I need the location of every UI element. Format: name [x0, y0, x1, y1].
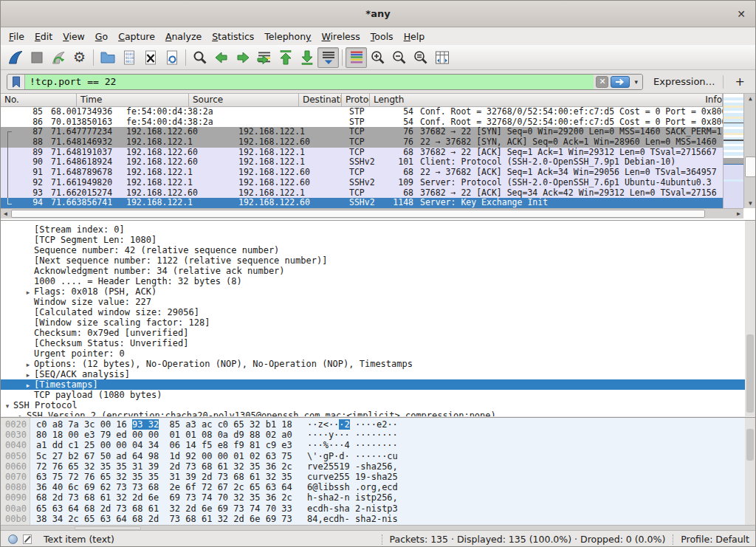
- detail-line[interactable]: Checksum: 0x79ed [unverified]: [1, 328, 755, 338]
- scroll-up-arrow[interactable]: ▲: [744, 94, 756, 103]
- menu-item[interactable]: Statistics: [207, 29, 259, 44]
- file-open-button[interactable]: [97, 47, 118, 68]
- detail-line[interactable]: [Window size scaling factor: 128]: [1, 317, 755, 328]
- capture-stop-button[interactable]: [26, 47, 47, 68]
- detail-line[interactable]: [Calculated window size: 29056]: [1, 307, 755, 317]
- column-header[interactable]: No.: [1, 94, 77, 106]
- go-back-button[interactable]: [210, 47, 232, 68]
- hex-row[interactable]: 0020c0 a8 7a 3c 00 16 93 32 85 a3 ac c0 …: [1, 419, 755, 430]
- column-header[interactable]: Info: [701, 94, 723, 106]
- hex-row[interactable]: 009068 2d 73 68 61 32 2d 6e 69 73 74 70 …: [1, 492, 755, 503]
- find-packet-button[interactable]: [189, 47, 210, 68]
- packet-row[interactable]: 9471.663856741192.168.122.1192.168.122.6…: [1, 198, 723, 208]
- hex-row[interactable]: 007063 75 72 76 65 32 35 35 31 39 2d 73 …: [1, 472, 755, 482]
- expander-icon[interactable]: ▾: [1, 401, 13, 410]
- packet-row[interactable]: 8971.648191037192.168.122.60192.168.122.…: [1, 148, 723, 158]
- detail-line[interactable]: [Checksum Status: Unverified]: [1, 338, 755, 348]
- detail-line[interactable]: ▸Flags: 0x018 (PSH, ACK): [1, 286, 755, 297]
- hex-vertical-scrollbar[interactable]: [745, 418, 755, 525]
- scroll-down-arrow[interactable]: ▼: [744, 199, 756, 208]
- scrollbar-thumb[interactable]: [11, 210, 705, 218]
- detail-line[interactable]: ▸[SEQ/ACK analysis]: [1, 369, 755, 379]
- detail-line[interactable]: TCP payload (1080 bytes): [1, 390, 755, 400]
- menu-item[interactable]: Edit: [30, 29, 58, 44]
- menu-item[interactable]: Telephony: [259, 29, 316, 44]
- menu-item[interactable]: Analyze: [160, 29, 207, 44]
- hex-row[interactable]: 008036 40 6c 69 62 73 73 68 2e 6f 72 67 …: [1, 482, 755, 492]
- menu-item[interactable]: Help: [399, 29, 430, 44]
- capture-start-button[interactable]: [4, 47, 26, 68]
- detail-line[interactable]: Urgent pointer: 0: [1, 348, 755, 359]
- detail-line[interactable]: [Next sequence number: 1122 (relative se…: [1, 255, 755, 266]
- capture-restart-button[interactable]: [47, 47, 69, 68]
- column-header[interactable]: Length: [370, 94, 701, 106]
- detail-line[interactable]: 1000 .... = Header Length: 32 bytes (8): [1, 276, 755, 286]
- packet-row[interactable]: 9271.661949820192.168.122.1192.168.122.6…: [1, 178, 723, 188]
- display-filter-input[interactable]: [25, 75, 594, 89]
- expander-icon[interactable]: ▸: [22, 359, 34, 369]
- profile-selector[interactable]: Profile: Default: [681, 534, 749, 545]
- hex-row[interactable]: 0040a1 dd c1 25 00 00 04 34 06 14 f5 e8 …: [1, 440, 755, 450]
- go-to-packet-button[interactable]: [253, 47, 275, 68]
- menu-item[interactable]: Wireless: [317, 29, 365, 44]
- resize-columns-button[interactable]: [431, 47, 453, 68]
- auto-scroll-button[interactable]: [317, 47, 339, 68]
- column-header[interactable]: Time: [77, 94, 189, 106]
- file-save-button[interactable]: 010101100011: [118, 47, 140, 68]
- detail-line[interactable]: Acknowledgment number: 34 (relative ack …: [1, 266, 755, 276]
- go-first-button[interactable]: [275, 47, 296, 68]
- packet-row[interactable]: 8670.013850163fe:54:00:d4:38:2aSTP54Conf…: [1, 117, 723, 128]
- packet-row[interactable]: 8771.647777234192.168.122.60192.168.122.…: [1, 127, 723, 137]
- reload-button[interactable]: [161, 47, 182, 68]
- detail-line[interactable]: [TCP Segment Len: 1080]: [1, 235, 755, 245]
- expander-icon[interactable]: ▸: [22, 287, 34, 297]
- go-forward-button[interactable]: [232, 47, 253, 68]
- scrollbar-thumb[interactable]: [746, 334, 754, 413]
- expression-button[interactable]: Expression…: [653, 76, 715, 87]
- detail-line[interactable]: ▸[Timestamps]: [1, 379, 755, 390]
- expander-icon[interactable]: ▸: [15, 411, 27, 416]
- capture-options-button[interactable]: ⚙: [69, 47, 90, 68]
- zoom-out-button[interactable]: [388, 47, 410, 68]
- packet-row[interactable]: 8871.648146932192.168.122.1192.168.122.6…: [1, 137, 723, 148]
- hex-row[interactable]: 00b038 34 2c 65 63 64 68 2d 73 68 61 32 …: [1, 514, 755, 524]
- detail-line[interactable]: ▾SSH Protocol: [1, 400, 755, 410]
- go-last-button[interactable]: [296, 47, 317, 68]
- hex-row[interactable]: 00a065 63 64 68 2d 73 68 61 32 2d 6e 69 …: [1, 503, 755, 514]
- menu-item[interactable]: File: [4, 29, 30, 44]
- detail-line[interactable]: Sequence number: 42 (relative sequence n…: [1, 245, 755, 255]
- detail-line[interactable]: ▸SSH Version 2 (encryption:chacha20-poly…: [1, 410, 755, 416]
- file-close-button[interactable]: [140, 47, 161, 68]
- hex-row[interactable]: 006072 76 65 32 35 35 31 39 2d 73 68 61 …: [1, 461, 755, 472]
- pane-splitter[interactable]: [1, 525, 755, 530]
- packet-row[interactable]: 9171.648789678192.168.122.1192.168.122.6…: [1, 168, 723, 178]
- zoom-reset-button[interactable]: [410, 47, 431, 68]
- expert-info-icon[interactable]: [8, 534, 18, 544]
- filter-bookmark-button[interactable]: [7, 75, 25, 89]
- menu-item[interactable]: Capture: [113, 29, 160, 44]
- scrollbar-thumb[interactable]: [745, 156, 756, 177]
- packet-row[interactable]: 9071.648618924192.168.122.60192.168.122.…: [1, 157, 723, 168]
- hex-row[interactable]: 003080 18 00 e3 79 ed 00 00 01 01 08 0a …: [1, 430, 755, 440]
- scroll-right-arrow[interactable]: ▶: [734, 209, 743, 219]
- menu-item[interactable]: View: [58, 29, 90, 44]
- scroll-left-arrow[interactable]: ◀: [1, 209, 10, 219]
- hex-row[interactable]: 00505c 27 b2 67 50 ad 64 98 1d 92 00 00 …: [1, 451, 755, 461]
- packet-row[interactable]: 9371.662015274192.168.122.60192.168.122.…: [1, 188, 723, 199]
- details-vertical-scrollbar[interactable]: [745, 221, 755, 416]
- column-header[interactable]: Destination: [299, 94, 342, 106]
- filter-clear-button[interactable]: ✕: [596, 76, 608, 88]
- packet-list-vertical-scrollbar[interactable]: ▲ ▼: [743, 94, 756, 208]
- expander-icon[interactable]: ▸: [22, 380, 34, 390]
- expander-icon[interactable]: ▸: [22, 370, 34, 379]
- zoom-in-button[interactable]: [367, 47, 388, 68]
- detail-line[interactable]: Window size value: 227: [1, 297, 755, 307]
- packet-minimap-scrollbar[interactable]: [723, 94, 743, 208]
- column-header[interactable]: Protocol: [342, 94, 370, 106]
- detail-line[interactable]: ▸Options: (12 bytes), No-Operation (NOP)…: [1, 359, 755, 369]
- packet-list-horizontal-scrollbar[interactable]: ◀ ▶: [1, 208, 743, 219]
- detail-line[interactable]: [Stream index: 0]: [1, 224, 755, 235]
- capture-comment-icon[interactable]: [22, 534, 33, 545]
- filter-history-dropdown[interactable]: ▾: [632, 78, 640, 86]
- add-filter-button[interactable]: +: [731, 75, 749, 89]
